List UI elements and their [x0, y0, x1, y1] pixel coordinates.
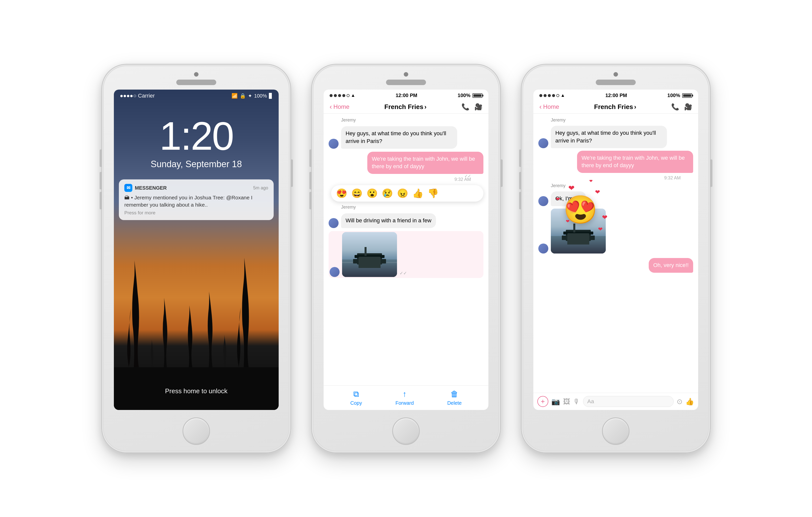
sender-label-jeremy-2: Jeremy	[341, 205, 484, 210]
camera-btn[interactable]: 📷	[551, 397, 560, 406]
battery-text: 100%	[254, 93, 267, 99]
speaker-grille-3	[596, 80, 636, 85]
status-time-3: 12:00 PM	[605, 93, 627, 98]
bubble-incoming-3a[interactable]: Hey guys, at what time do you think you'…	[551, 126, 667, 148]
msg-row-photo-3[interactable]: 😍 ❤ ❤ ❤ ❤ ❤ ❤ ❤	[538, 209, 693, 253]
msg-row-outgoing-1: We're taking the train with John, we wil…	[328, 152, 484, 174]
reaction-love[interactable]: 😍	[336, 188, 347, 199]
bubble-incoming-3b[interactable]: Ok, I'm s...	[551, 191, 586, 206]
thumbsup-btn[interactable]: 👍	[686, 397, 694, 406]
msg-row-photo[interactable]: ✓✓	[328, 231, 484, 278]
battery-percent-3: 100%	[667, 93, 680, 98]
video-call-icon-3[interactable]: 🎥	[684, 103, 692, 111]
bubble-outgoing-3b[interactable]: Oh, very nice!!	[649, 258, 693, 273]
reaction-angry[interactable]: 😠	[397, 188, 408, 199]
copy-button[interactable]: ⧉ Copy	[350, 390, 362, 406]
phone-call-icon[interactable]: 📞	[461, 103, 469, 111]
bubble-outgoing-3a[interactable]: We're taking the train with John, we wil…	[577, 151, 693, 173]
lockscreen-screen: ●●●●○ Carrier 📶 🔒 ✦ 100% ▊ 1:20 Sunday, …	[114, 90, 279, 410]
input-aa-label: Aa	[587, 398, 594, 405]
battery-percent-2: 100%	[458, 93, 470, 98]
status-right-2: 100%	[458, 93, 483, 98]
camera-dot-3	[613, 72, 618, 77]
video-call-icon[interactable]: 🎥	[474, 103, 483, 111]
camera-dot-2	[404, 72, 408, 77]
home-button-3[interactable]	[602, 418, 630, 445]
reaction-happy[interactable]: 😄	[351, 188, 362, 199]
battery-bar-2	[472, 93, 483, 98]
svg-rect-3	[357, 253, 382, 265]
emoji-reaction-bar[interactable]: 😍 😄 😮 😢 😠 👍 👎	[331, 185, 484, 202]
camera-dot-1	[194, 72, 199, 77]
delete-label: Delete	[447, 400, 462, 406]
back-button-3[interactable]: ‹ Home	[539, 103, 559, 111]
dot3-3	[548, 94, 551, 97]
svg-rect-6	[342, 262, 397, 263]
back-button-2[interactable]: ‹ Home	[329, 103, 349, 111]
chat-area-2: Jeremy Hey guys, at what time do you thi…	[324, 114, 488, 385]
speaker-grille-2	[386, 80, 426, 85]
forward-button[interactable]: ↑ Forward	[396, 390, 414, 406]
status-bar-2: ▲ 12:00 PM 100%	[324, 90, 488, 100]
msg-row-incoming-1: Hey guys, at what time do you think you'…	[328, 126, 484, 149]
back-chevron-2: ‹	[329, 103, 332, 111]
photo-boat-image	[342, 232, 397, 277]
notification-time: 5m ago	[253, 185, 268, 191]
msg-row-incoming-2: Will be driving with a friend in a few	[328, 213, 484, 228]
phone-call-icon-3[interactable]: 📞	[671, 103, 679, 111]
msg-row-incoming-3b: Ok, I'm s...	[538, 191, 693, 206]
timestamp-1: 9:32 AM	[328, 177, 471, 182]
bluetooth-icon: ✦	[248, 93, 252, 99]
bubble-incoming-2[interactable]: Will be driving with a friend in a few	[341, 213, 436, 228]
notification-card[interactable]: ✉ MESSENGER 5m ago 🏔 • Jeremy mentioned …	[119, 179, 274, 220]
sender-label-jeremy-1: Jeremy	[341, 118, 484, 123]
phone-2-messenger: ▲ 12:00 PM 100% ‹ Home French Fries ›	[311, 64, 501, 453]
msg-row-outgoing-3a: We're taking the train with John, we wil…	[538, 151, 693, 173]
chat-title-3[interactable]: French Fries ›	[594, 103, 636, 111]
status-bar-3: ▲ 12:00 PM 100%	[533, 90, 698, 100]
nav-bar-3: ‹ Home French Fries › 📞 🎥	[533, 100, 698, 114]
dot1	[329, 94, 332, 97]
messenger-app-3: ▲ 12:00 PM 100% ‹ Home French Fries ›	[533, 90, 698, 410]
photo-btn[interactable]: 🖼	[563, 397, 570, 406]
back-chevron-3: ‹	[539, 103, 542, 111]
back-label-2: Home	[334, 103, 349, 110]
battery-icon: ▊	[269, 93, 273, 99]
action-bar: ⧉ Copy ↑ Forward 🗑 Delete	[324, 385, 488, 410]
copy-icon: ⧉	[353, 390, 359, 399]
delete-button[interactable]: 🗑 Delete	[447, 390, 462, 406]
circle-btn[interactable]: ⊙	[677, 397, 683, 406]
message-input[interactable]: Aa	[583, 396, 674, 407]
svg-rect-4	[354, 255, 384, 258]
messenger-icon: ✉	[124, 184, 132, 192]
svg-rect-8	[551, 236, 606, 253]
bubble-incoming-1[interactable]: Hey guys, at what time do you think you'…	[341, 126, 457, 149]
avatar-jeremy-3c	[538, 244, 548, 253]
msg-row-outgoing-3b: Oh, very nice!!	[538, 258, 693, 273]
svg-rect-10	[563, 232, 593, 235]
reaction-area: 😍 😄 😮 😢 😠 👍 👎	[328, 185, 484, 202]
mic-btn[interactable]: 🎙	[573, 397, 580, 406]
nav-actions-3: 📞 🎥	[671, 103, 692, 111]
reaction-sad[interactable]: 😢	[382, 188, 393, 199]
notification-app: ✉ MESSENGER	[124, 184, 167, 192]
lock-time-area: 1:20 Sunday, September 18	[114, 116, 279, 170]
carrier-text: ●●●●○ Carrier	[120, 93, 155, 99]
phone-3-messenger-reaction: ▲ 12:00 PM 100% ‹ Home French Fries ›	[521, 64, 710, 453]
photo-message[interactable]	[342, 232, 397, 277]
chat-title-2[interactable]: French Fries ›	[384, 103, 427, 111]
reaction-thumbsdown[interactable]: 👎	[428, 188, 439, 199]
notification-press-more[interactable]: Press for more	[124, 210, 268, 216]
home-button-1[interactable]	[182, 418, 210, 445]
lockscreen-background: ●●●●○ Carrier 📶 🔒 ✦ 100% ▊ 1:20 Sunday, …	[114, 90, 279, 410]
press-home-text: Press home to unlock	[114, 387, 279, 395]
add-button[interactable]: +	[537, 396, 548, 407]
photo-message-3[interactable]	[551, 209, 606, 253]
reaction-thumbsup[interactable]: 👍	[412, 188, 424, 199]
reaction-wow[interactable]: 😮	[367, 188, 378, 199]
home-button-2[interactable]	[392, 418, 420, 445]
nav-actions-2: 📞 🎥	[461, 103, 483, 111]
lock-icon: 🔒	[240, 93, 246, 99]
bubble-outgoing-1[interactable]: We're taking the train with John, we wil…	[367, 152, 484, 174]
dot1-3	[539, 94, 542, 97]
